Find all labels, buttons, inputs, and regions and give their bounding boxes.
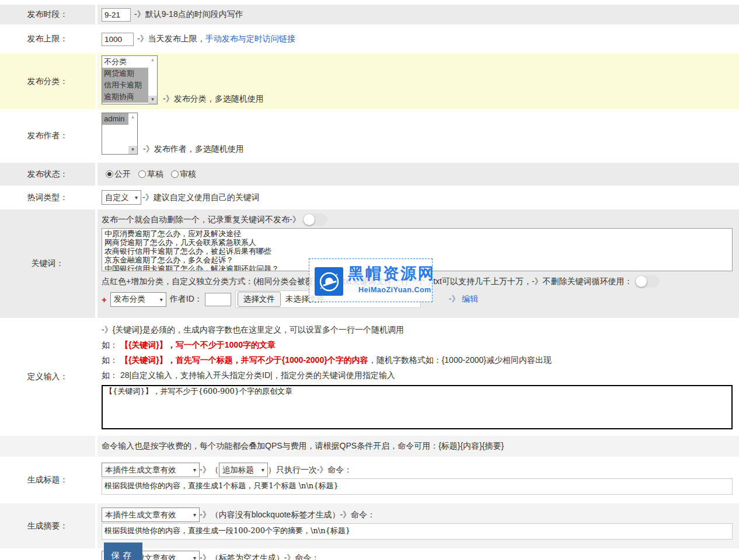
scrollbar[interactable]: ▲ ▼ [128,113,137,154]
radio-icon[interactable] [138,170,146,178]
keep-keywords-toggle[interactable] [635,275,660,288]
choose-file-button[interactable]: 选择文件 [238,292,281,307]
gen-summary-label: 生成摘要： [0,503,95,548]
selected-value: 自定义 [105,192,129,203]
gen-summary-mode-select[interactable]: 本插件生成文章有效 ▾ [102,508,200,522]
edit-link[interactable]: -》 编辑 [449,294,479,304]
example-prefix: 如： [102,340,118,349]
watermark-title: 黑帽资源网 [348,263,435,284]
define-intro: -》{关键词}是必须的，生成内容字数也在这里定义，可以设置多个一行一个随机调用 [102,324,739,335]
publish-category-label: 发布分类： [0,54,95,109]
selected-value: 发布分类 [114,294,145,304]
publish-limit-desc: -》当天发布上限， [137,34,205,44]
scroll-up-icon[interactable]: ▲ [151,56,155,64]
row-gen-title: 生成标题： 本插件生成文章有效 ▾ -》（ 追加标题 ▾ ）只执行一次-》命令：… [0,458,739,502]
radio-label: 公开 [114,169,131,180]
gen-tags-after-text: -》（标签为空才生成）-》命令： [200,553,319,560]
gen-title-mode-select[interactable]: 本插件生成文章有效 ▾ [102,463,200,477]
publish-time-input[interactable] [102,8,131,22]
hotword-type-label: 热词类型： [0,187,95,208]
row-define-input: 定义输入： -》{关键词}是必须的，生成内容字数也在这里定义，可以设置多个一行一… [0,319,739,435]
category-option[interactable]: 逾期协商 [102,91,148,103]
chevron-down-icon: ▾ [262,467,264,473]
row-publish-author: 发布作者： admin ▲ ▼ -》发布作者，多选随机使用 [0,110,739,162]
keywords-category-select[interactable]: 发布分类 ▾ [110,292,166,307]
gen-summary-options-line: 本插件生成文章有效 ▾ -》（内容没有blockquote标签才生成）-》命令： [102,508,739,522]
selected-value: 本插件生成文章有效 [105,510,176,520]
category-option[interactable]: 网贷逾期 [102,68,148,79]
command-note-text: 命令输入也是按字收费的，每个功能都会叠加QPS与费用，请根据QPS条件开启，命令… [102,441,504,452]
chevron-down-icon: ▾ [193,512,196,518]
row-publish-limit: 发布上限： -》当天发布上限， 手动发布与定时访问链接 [0,26,739,52]
define-example-3: 如： 28|自定义输入，支持输入开头指定分类ID|，指定分类的关键词使用指定输入 [102,370,739,380]
example-prefix: 如： [102,355,118,365]
top-spacer [0,0,739,5]
publish-limit-input[interactable] [102,33,134,46]
gen-summary-command-textarea[interactable]: 根据我提供给你的内容，直接生成一段100-200个字的摘要，\n\n{标题} [102,523,733,540]
author-id-input[interactable] [205,293,231,306]
auto-delete-toggle-text: 发布一个就会自动删除一个，记录重复关键词不发布-》 [102,215,301,225]
add-category-button[interactable]: + [102,295,107,304]
gen-title-label: 生成标题： [0,458,95,502]
selected-value: 追加标题 [222,465,254,475]
scroll-up-icon[interactable]: ▲ [131,113,135,121]
example-rest-text: ，随机字数格式如：{1000-2000}减少相同内容出现 [368,355,552,365]
scroll-down-icon[interactable]: ▼ [128,146,137,154]
gen-title-options-line: 本插件生成文章有效 ▾ -》（ 追加标题 ▾ ）只执行一次-》命令： [102,463,739,477]
radio-draft[interactable]: 草稿 [138,169,163,180]
example-red-text: 【{关键词}】，写一个不少于1000字的文章 [120,340,276,349]
hotword-type-select[interactable]: 自定义 ▾ [102,190,141,205]
watermark-domain: HeiMaoZiYuan.Com [358,286,431,294]
row-publish-category: 发布分类： 不分类 网贷逾期 信用卡逾期 逾期协商 ▲ ▼ -》发布分类，多选随… [0,54,739,109]
publish-author-desc: -》发布作者，多选随机使用 [143,144,244,155]
publish-author-multiselect[interactable]: admin ▲ ▼ [102,113,138,155]
example-prefix: 如： [102,370,118,380]
scrollbar[interactable]: ▲ ▼ [148,56,157,104]
publish-time-label: 发布时段： [0,5,95,24]
chevron-down-icon: ▾ [160,296,163,303]
chevron-down-icon: ▾ [193,555,196,560]
gen-summary-after-text: -》（内容没有blockquote标签才生成）-》命令： [200,510,375,520]
selected-value: 本插件生成文章有效 [105,465,176,475]
radio-label: 草稿 [147,169,163,180]
gen-title-append-select[interactable]: 追加标题 ▾ [219,463,268,477]
chevron-down-icon: ▾ [135,194,138,201]
gen-tags-label-spacer [0,550,95,560]
author-option[interactable]: admin [102,113,128,125]
plugin-settings-page: { "rows": { "publish_time": {"label":"发布… [0,0,739,560]
publish-author-label: 发布作者： [0,110,95,162]
publish-time-desc: -》默认9-18点的时间段内写作 [134,9,243,20]
keywords-label: 关键词： [0,209,95,318]
gen-title-after-text: ）只执行一次-》命令： [268,465,353,475]
define-example-1: 如： 【{关键词}】，写一个不少于1000字的文章 [102,340,739,350]
category-option[interactable]: 信用卡逾期 [102,79,148,91]
auto-delete-toggle[interactable] [303,214,327,226]
gen-tags-options-line: 本插件生成文章有效 ▾ -》（标签为空才生成）-》命令： [102,550,739,560]
row-publish-time: 发布时段： -》默认9-18点的时间段内写作 [0,5,739,24]
row-hotword-type: 热词类型： 自定义 ▾ -》建议自定义使用自己的关键词 [0,187,739,208]
publish-status-label: 发布状态： [0,163,95,186]
radio-label: 审核 [180,169,196,180]
radio-icon[interactable] [171,170,179,178]
example-red-text: 【{关键词}】，首先写一个标题，并写不少于{1000-2000}个字的内容 [120,355,368,365]
radio-selected-icon[interactable] [106,170,113,178]
gen-title-command-textarea[interactable]: 根据我提供给你的内容，直接生成1个标题，只要1个标题 \n\n{标题} [102,478,733,495]
save-button[interactable]: 保存 [104,542,142,560]
publish-category-desc: -》发布分类，多选随机使用 [163,94,264,104]
example-text: 28|自定义输入，支持输入开头指定分类ID|，指定分类的关键词使用指定输入 [120,370,395,380]
publish-category-multiselect[interactable]: 不分类 网贷逾期 信用卡逾期 逾期协商 ▲ ▼ [102,55,158,104]
radio-review[interactable]: 审核 [171,169,196,180]
manual-publish-link[interactable]: 手动发布与定时访问链接 [205,34,295,44]
publish-limit-label: 发布上限： [0,26,95,52]
heimao-logo-icon [315,267,343,296]
category-option[interactable]: 不分类 [102,56,148,68]
radio-public[interactable]: 公开 [106,169,131,180]
define-input-label: 定义输入： [0,319,95,435]
gen-title-arrow-text: -》（ [200,465,219,475]
black-hat-icon [318,270,341,293]
chevron-down-icon: ▾ [193,467,196,473]
define-input-textarea[interactable]: 【{关键词}】，并写不少于{600-900}个字的原创文章 [102,385,733,429]
row-gen-summary: 生成摘要： 本插件生成文章有效 ▾ -》（内容没有blockquote标签才生成… [0,503,739,548]
watermark: 黑帽资源网 HeiMaoZiYuan.Com [309,258,433,302]
scroll-down-icon[interactable]: ▼ [148,96,157,104]
